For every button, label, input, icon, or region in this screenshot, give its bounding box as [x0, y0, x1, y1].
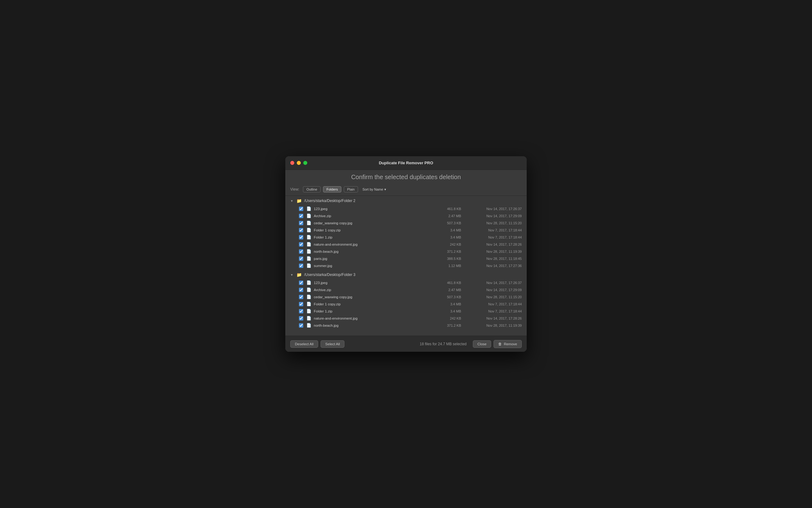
file-size: 3.4 MB: [433, 302, 461, 306]
file-date: Nov 7, 2017, 17:18:44: [466, 309, 522, 313]
close-button[interactable]: Close: [473, 340, 491, 348]
window-title: Duplicate File Remover PRO: [379, 161, 433, 165]
folder-arrow-icon: ▼: [290, 199, 294, 203]
folder-header[interactable]: ▼ 📁 /Users/starka/Desktop/Folder 2: [289, 197, 523, 205]
file-date: Nov 28, 2017, 11:19:39: [466, 324, 522, 327]
file-name: Folder 1 copy.zip: [314, 302, 433, 306]
file-size: 461.8 KB: [433, 281, 461, 285]
page-heading: Confirm the selected duplicates deletion: [285, 170, 527, 183]
file-icon: 📄: [306, 221, 311, 225]
deselect-all-button[interactable]: Deselect All: [290, 340, 318, 348]
table-row: 📄 cedar_waxwing copy.jpg 507.3 KB Nov 28…: [289, 293, 523, 300]
file-icon: 📄: [306, 287, 311, 292]
file-name: north-beach.jpg: [314, 324, 433, 327]
folder-path: /Users/starka/Desktop/Folder 3: [304, 272, 355, 277]
file-date: Nov 7, 2017, 17:18:44: [466, 302, 522, 306]
file-checkbox[interactable]: [299, 235, 303, 240]
file-size: 2.47 MB: [433, 288, 461, 292]
minimize-window-button[interactable]: [297, 161, 301, 165]
file-checkbox[interactable]: [299, 228, 303, 232]
folder-path: /Users/starka/Desktop/Folder 2: [304, 199, 355, 203]
maximize-window-button[interactable]: [303, 161, 307, 165]
table-row: 📄 paris.jpg 388.5 KB Nov 28, 2017, 11:18…: [289, 255, 523, 262]
app-window: Duplicate File Remover PRO Confirm the s…: [285, 156, 527, 352]
outline-view-button[interactable]: Outline: [303, 186, 320, 193]
file-size: 371.2 KB: [433, 250, 461, 253]
folder-header[interactable]: ▼ 📁 /Users/starka/Desktop/Folder 3: [289, 270, 523, 279]
folder-group-0: ▼ 📁 /Users/starka/Desktop/Folder 2 📄 123…: [289, 197, 523, 269]
file-date: Nov 14, 2017, 17:29:09: [466, 288, 522, 292]
table-row: 📄 north-beach.jpg 371.2 KB Nov 28, 2017,…: [289, 322, 523, 329]
file-size: 507.3 KB: [433, 295, 461, 299]
folder-icon: 📁: [296, 272, 302, 277]
traffic-lights: [290, 161, 307, 165]
file-date: Nov 28, 2017, 11:15:20: [466, 221, 522, 225]
file-checkbox[interactable]: [299, 249, 303, 254]
file-checkbox[interactable]: [299, 242, 303, 247]
file-date: Nov 28, 2017, 11:18:45: [466, 257, 522, 260]
file-name: nature-and-environment.jpg: [314, 243, 433, 246]
file-name: Folder 1.zip: [314, 309, 433, 313]
file-name: summer.jpg: [314, 264, 433, 268]
file-checkbox[interactable]: [299, 295, 303, 299]
file-icon: 📄: [306, 280, 311, 285]
folder-group-1: ▼ 📁 /Users/starka/Desktop/Folder 3 📄 123…: [289, 270, 523, 329]
folder-icon: 📁: [296, 198, 302, 203]
file-icon: 📄: [306, 213, 311, 218]
file-checkbox[interactable]: [299, 281, 303, 285]
file-checkbox[interactable]: [299, 309, 303, 313]
select-all-button[interactable]: Select All: [320, 340, 344, 348]
file-name: paris.jpg: [314, 257, 433, 260]
file-checkbox[interactable]: [299, 323, 303, 328]
table-row: 📄 cedar_waxwing copy.jpg 507.3 KB Nov 28…: [289, 219, 523, 226]
file-icon: 📄: [306, 228, 311, 232]
file-list[interactable]: ▼ 📁 /Users/starka/Desktop/Folder 2 📄 123…: [285, 197, 527, 336]
table-row: 📄 123.jpeg 461.8 KB Nov 14, 2017, 17:26:…: [289, 205, 523, 212]
plain-view-button[interactable]: Plain: [344, 186, 358, 193]
file-icon: 📄: [306, 316, 311, 321]
file-icon: 📄: [306, 295, 311, 299]
table-row: 📄 Folder 1 copy.zip 3.4 MB Nov 7, 2017, …: [289, 300, 523, 307]
file-name: Folder 1.zip: [314, 236, 433, 239]
view-label: View:: [290, 187, 299, 192]
file-size: 3.4 MB: [433, 309, 461, 313]
file-date: Nov 7, 2017, 17:18:44: [466, 236, 522, 239]
file-checkbox[interactable]: [299, 264, 303, 268]
file-checkbox[interactable]: [299, 214, 303, 218]
file-name: Archive.zip: [314, 214, 433, 218]
file-checkbox[interactable]: [299, 288, 303, 292]
table-row: 📄 Folder 1 copy.zip 3.4 MB Nov 7, 2017, …: [289, 226, 523, 234]
file-size: 3.4 MB: [433, 236, 461, 239]
file-icon: 📄: [306, 263, 311, 268]
file-checkbox[interactable]: [299, 256, 303, 261]
file-date: Nov 28, 2017, 11:15:20: [466, 295, 522, 299]
remove-button[interactable]: 🗑 Remove: [494, 340, 522, 348]
file-name: cedar_waxwing copy.jpg: [314, 221, 433, 225]
file-checkbox[interactable]: [299, 221, 303, 225]
file-date: Nov 14, 2017, 17:28:26: [466, 243, 522, 246]
table-row: 📄 summer.jpg 1.12 MB Nov 14, 2017, 17:27…: [289, 262, 523, 269]
file-size: 507.3 KB: [433, 221, 461, 225]
file-checkbox[interactable]: [299, 302, 303, 306]
file-size: 2.47 MB: [433, 214, 461, 218]
table-row: 📄 123.jpeg 461.8 KB Nov 14, 2017, 17:26:…: [289, 279, 523, 286]
table-row: 📄 Archive.zip 2.47 MB Nov 14, 2017, 17:2…: [289, 212, 523, 219]
file-date: Nov 14, 2017, 17:26:37: [466, 281, 522, 285]
close-window-button[interactable]: [290, 161, 294, 165]
file-icon: 📄: [306, 309, 311, 313]
sort-button[interactable]: Sort by Name ▾: [360, 186, 388, 193]
file-name: nature-and-environment.jpg: [314, 316, 433, 320]
file-size: 3.4 MB: [433, 228, 461, 232]
titlebar: Duplicate File Remover PRO: [285, 156, 527, 170]
file-size: 388.5 KB: [433, 257, 461, 260]
folder-arrow-icon: ▼: [290, 273, 294, 277]
file-icon: 📄: [306, 206, 311, 211]
file-checkbox[interactable]: [299, 316, 303, 321]
folders-view-button[interactable]: Folders: [323, 186, 341, 193]
file-icon: 📄: [306, 235, 311, 240]
file-size: 371.2 KB: [433, 324, 461, 327]
file-checkbox[interactable]: [299, 207, 303, 211]
divider: [285, 196, 527, 196]
file-name: Folder 1 copy.zip: [314, 228, 433, 232]
file-size: 461.8 KB: [433, 207, 461, 211]
